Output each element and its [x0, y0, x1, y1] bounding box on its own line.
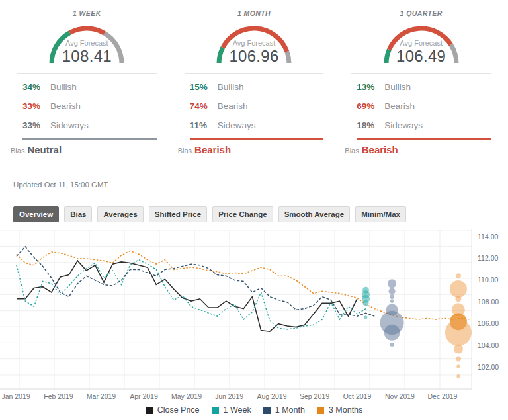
sentiment-label: Sideways	[218, 120, 256, 130]
gauge: Avg Forecast108.41	[44, 20, 130, 66]
sentiment-label: Bullish	[50, 82, 77, 92]
tab-price-change[interactable]: Price Change	[212, 206, 273, 222]
forecast-bubble-3-months	[456, 273, 461, 278]
forecast-panel-1-quarter: 1 QUARTERAvg Forecast106.4913%Bullish69%…	[343, 4, 499, 155]
tab-minim-max[interactable]: Minim/Max	[355, 206, 406, 222]
legend-item-3-months: 3 Months	[317, 405, 362, 415]
x-tick-label: May 2019	[171, 392, 202, 400]
bias-value: Bearish	[194, 144, 231, 155]
forecast-bubble-3-months	[445, 319, 472, 346]
sentiment-row-bullish: 34%Bullish	[22, 77, 165, 97]
tab-smooth-average[interactable]: Smooth Average	[278, 206, 351, 222]
legend-item-1-week: 1 Week	[212, 405, 251, 415]
y-tick-label: 106.00	[478, 319, 499, 327]
sentiment-percent: 33%	[22, 120, 50, 130]
sentiment-row-bearish: 74%Bearish	[190, 97, 332, 116]
forecast-panel-1-month: 1 MONTHAvg Forecast106.9615%Bullish74%Be…	[177, 4, 332, 155]
forecast-bubble-3-months	[455, 296, 461, 302]
legend-swatch	[146, 407, 153, 414]
avg-forecast-label: Avg Forecast	[211, 39, 297, 47]
panel-title: 1 WEEK	[9, 9, 165, 17]
bias-rule	[357, 138, 491, 140]
x-tick-label: Aug 2019	[257, 392, 287, 400]
x-tick-label: Feb 2019	[44, 392, 73, 400]
sentiment-label: Sideways	[50, 120, 89, 130]
legend-label: 3 Months	[329, 405, 362, 415]
bias-value: Bearish	[362, 144, 398, 155]
bias-label: Bias	[345, 147, 359, 155]
forecast-bubble-3-months	[456, 356, 461, 361]
x-tick-label: Jan 2019	[1, 392, 30, 400]
forecast-panels: 1 WEEKAvg Forecast108.4134%Bullish33%Bea…	[0, 0, 508, 155]
sentiment-label: Bearish	[384, 101, 415, 111]
tab-bias[interactable]: Bias	[64, 206, 92, 222]
forecast-bubble-1-week	[364, 315, 368, 319]
sentiment-percent: 34%	[22, 82, 50, 92]
legend-swatch	[317, 407, 324, 414]
sentiment-row-sideways: 33%Sideways	[22, 116, 165, 135]
x-tick-label: Jun 2019	[215, 392, 243, 400]
y-tick-label: 112.00	[478, 254, 498, 262]
bias-rule	[190, 138, 324, 140]
legend-label: 1 Month	[275, 405, 305, 415]
sentiment-row-bullish: 13%Bullish	[357, 77, 499, 97]
series-3-months	[17, 251, 470, 319]
chart-legend: Close Price1 Week1 Month3 Months	[0, 405, 508, 420]
forecast-chart: 114.00112.00110.00108.00106.00104.00102.…	[0, 229, 508, 420]
tab-overview[interactable]: Overview	[13, 206, 59, 222]
legend-item-close-price: Close Price	[146, 405, 200, 415]
x-tick-label: Dec 2019	[428, 392, 458, 400]
bias-label: Bias	[11, 147, 24, 155]
sentiment-percent: 69%	[357, 101, 384, 111]
x-tick-label: Mar 2019	[87, 392, 116, 400]
legend-label: 1 Week	[224, 405, 251, 415]
sentiment-label: Sideways	[384, 120, 423, 130]
bias-rule	[22, 138, 157, 140]
updated-timestamp: Updated Oct 11, 15:00 GMT	[0, 173, 508, 189]
panel-title: 1 MONTH	[177, 9, 332, 17]
avg-forecast-label: Avg Forecast	[378, 39, 464, 47]
forecast-bubble-1-month	[388, 279, 396, 288]
sentiment-row-bearish: 69%Bearish	[357, 97, 499, 116]
legend-swatch	[212, 407, 219, 414]
sentiment-percent: 13%	[357, 82, 384, 92]
gauge: Avg Forecast106.96	[211, 20, 297, 66]
forecast-bubble-1-week	[363, 300, 369, 306]
tab-averages[interactable]: Averages	[97, 206, 143, 222]
forecast-bubble-3-months	[454, 345, 463, 354]
sentiment-label: Bearish	[50, 101, 81, 111]
legend-label: Close Price	[157, 405, 200, 415]
sentiment-percent: 33%	[22, 101, 50, 111]
avg-forecast-value: 106.49	[378, 47, 464, 65]
sentiment-row-bearish: 33%Bearish	[22, 97, 165, 116]
forecast-bubble-1-month	[384, 325, 400, 341]
sentiment-percent: 74%	[190, 101, 218, 111]
y-tick-label: 114.00	[478, 233, 498, 241]
y-tick-label: 110.00	[478, 276, 498, 284]
y-tick-label: 108.00	[478, 298, 499, 306]
sentiment-row-sideways: 18%Sideways	[357, 116, 499, 135]
avg-forecast-label: Avg Forecast	[44, 39, 130, 47]
forecast-bubble-3-months	[450, 280, 467, 298]
series-1-month	[17, 247, 374, 316]
forecast-panel-1-week: 1 WEEKAvg Forecast108.4134%Bullish33%Bea…	[9, 4, 165, 155]
bias: BiasNeutral	[9, 144, 165, 155]
x-tick-label: Nov 2019	[385, 392, 415, 400]
avg-forecast-value: 108.41	[44, 47, 130, 65]
sentiment-row-sideways: 11%Sideways	[190, 116, 332, 135]
sentiment-row-bullish: 15%Bullish	[190, 77, 332, 97]
bias-value: Neutral	[27, 144, 62, 155]
forecast-bubble-1-month	[390, 299, 394, 303]
x-tick-label: Oct 2019	[343, 392, 372, 400]
x-tick-label: Apr 2019	[130, 392, 158, 400]
gauge-segment-bearish	[70, 28, 105, 33]
tab-shifted-price[interactable]: Shifted Price	[149, 206, 207, 222]
forecast-bubble-1-month	[390, 294, 394, 299]
sentiment-label: Bullish	[218, 82, 244, 92]
sentiment-rows: 34%Bullish33%Bearish33%Sideways	[9, 74, 165, 136]
forecast-bubble-3-months	[456, 374, 460, 378]
forecast-bubble-3-months	[456, 364, 460, 368]
sentiment-label: Bearish	[218, 101, 248, 111]
gauge: Avg Forecast106.49	[378, 20, 464, 66]
sentiment-percent: 18%	[357, 120, 384, 130]
